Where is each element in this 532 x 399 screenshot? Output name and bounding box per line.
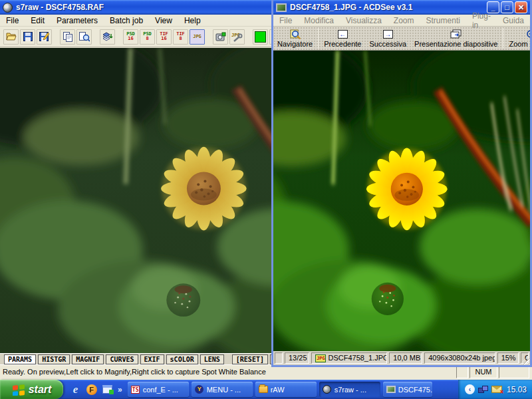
close-button[interactable]: ✕ bbox=[515, 1, 527, 13]
jpg-settings-button[interactable]: JPG bbox=[229, 29, 245, 45]
system-tray: ‹ 15.03 bbox=[458, 380, 532, 399]
export-psd8-button[interactable]: PSD8 bbox=[140, 29, 155, 45]
toolbar-separator bbox=[318, 28, 319, 49]
clock: 15.03 bbox=[505, 385, 527, 394]
export-tif16-button[interactable]: TIF16 bbox=[156, 29, 172, 45]
menu-parameters[interactable]: Parameters bbox=[51, 16, 104, 25]
tab-exif[interactable]: EXIF bbox=[140, 354, 164, 364]
outlook-express-icon[interactable] bbox=[102, 384, 113, 395]
green-solid-icon bbox=[255, 31, 266, 43]
menu-batch-job[interactable]: Batch job bbox=[104, 16, 149, 25]
capture-button[interactable] bbox=[213, 29, 228, 45]
taskbar-button-conf[interactable]: TS conf_E - ... bbox=[128, 382, 189, 397]
s7raw-taskbar-icon bbox=[323, 385, 331, 394]
s7raw-preview-area[interactable] bbox=[0, 48, 271, 353]
desktop: s7raw - DSCF4758.RAF File Edit Parameter… bbox=[0, 0, 532, 399]
acdsee-window-title: DSCF4758_1.JPG - ACDSee v3.1 bbox=[290, 3, 412, 12]
quick-launch-more-chevron[interactable]: » bbox=[118, 385, 122, 394]
navigator-icon bbox=[289, 29, 301, 40]
export-tif8-button[interactable]: TIF8 bbox=[173, 29, 188, 45]
start-button[interactable]: start bbox=[0, 380, 63, 399]
zoom-out-button[interactable]: Zoom indietro bbox=[505, 27, 532, 50]
jpg-file-icon: JPG bbox=[315, 354, 326, 362]
jpg-wrench-icon: JPG bbox=[231, 32, 243, 42]
tab-histgr[interactable]: HISTGR bbox=[38, 354, 70, 364]
acdsee-image-view[interactable] bbox=[273, 51, 530, 351]
navigator-button[interactable]: Navigatore bbox=[273, 27, 317, 50]
tab-scolor[interactable]: sCOLOR bbox=[166, 354, 198, 364]
s7raw-window-title: s7raw - DSCF4758.RAF bbox=[16, 3, 104, 12]
status-filename: JPG DSCF4758_1.JPG bbox=[311, 352, 387, 364]
export-layers-button[interactable] bbox=[100, 29, 115, 45]
next-arrow-icon: → bbox=[383, 30, 393, 39]
preview-solid-button[interactable] bbox=[253, 29, 268, 45]
taskbar-button-s7raw[interactable]: s7raw - ... bbox=[319, 382, 380, 397]
layers-icon bbox=[102, 32, 113, 42]
tab-params[interactable]: PARAMS bbox=[4, 354, 36, 364]
menu-edit[interactable]: Edit bbox=[25, 16, 51, 25]
taskbar: start e F » TS conf_E - ... Y MENU - ...… bbox=[0, 380, 532, 399]
menu-strumenti[interactable]: Strumenti bbox=[420, 16, 466, 25]
acdsee-menubar: File Modifica Visualizza Zoom Strumenti … bbox=[273, 15, 530, 27]
export-psd16-button[interactable]: PSD16 bbox=[123, 29, 138, 45]
copy-icon bbox=[63, 32, 72, 42]
flower-photo bbox=[273, 51, 530, 351]
menu-visualizza[interactable]: Visualizza bbox=[340, 16, 388, 25]
acdsee-app-icon bbox=[276, 3, 287, 12]
slideshow-icon bbox=[450, 29, 462, 40]
zoom-out-icon bbox=[525, 29, 532, 40]
jpeg-photo bbox=[273, 51, 530, 351]
internet-explorer-icon[interactable]: e bbox=[70, 384, 81, 395]
slideshow-button[interactable]: Presentazione diapositive bbox=[410, 27, 501, 50]
num-lock-indicator: NUM bbox=[469, 366, 497, 378]
status-cell-empty bbox=[275, 352, 283, 364]
status-filesize: 10,0 MB bbox=[389, 352, 422, 364]
save-button[interactable] bbox=[20, 29, 35, 45]
tab-magnif[interactable]: MAGNIF bbox=[72, 354, 104, 364]
tab-lens[interactable]: LENS bbox=[200, 354, 224, 364]
ts-app-icon: TS bbox=[131, 386, 140, 394]
maximize-button[interactable]: □ bbox=[501, 1, 513, 13]
folder-icon bbox=[259, 386, 268, 393]
hide-tray-icons-chevron[interactable]: ‹ bbox=[465, 384, 475, 394]
menu-file-it[interactable]: File bbox=[273, 16, 298, 25]
menu-file[interactable]: File bbox=[0, 16, 25, 25]
export-jpg-button[interactable]: JPG bbox=[190, 29, 205, 45]
tab-curves[interactable]: CURVES bbox=[106, 354, 138, 364]
preview-search-button[interactable] bbox=[76, 29, 92, 45]
taskbar-button-acdsee[interactable]: DSCF475... bbox=[383, 382, 432, 397]
save-as-button[interactable] bbox=[37, 29, 52, 45]
status-dimensions: 4096x3080x24b jpeg bbox=[424, 352, 495, 364]
status-cell-empty-2 bbox=[499, 366, 529, 378]
taskbar-button-menu[interactable]: Y MENU - ... bbox=[192, 382, 253, 397]
acdsee-statusbar: 13/25 JPG DSCF4758_1.JPG 10,0 MB 4096x30… bbox=[273, 351, 530, 365]
page-magnifier-icon bbox=[79, 32, 90, 42]
y-app-icon: Y bbox=[195, 385, 203, 394]
save-icon bbox=[23, 32, 33, 41]
acdsee-taskbar-icon bbox=[386, 386, 396, 393]
next-button[interactable]: → Successiva bbox=[365, 27, 410, 50]
menu-zoom[interactable]: Zoom bbox=[388, 16, 420, 25]
taskbar-button-raw-folder[interactable]: rAW bbox=[255, 382, 317, 397]
open-folder-icon bbox=[6, 32, 17, 41]
firebird-icon[interactable]: F bbox=[86, 384, 97, 395]
save-as-icon bbox=[39, 32, 49, 41]
menu-modifica[interactable]: Modifica bbox=[298, 16, 340, 25]
copy-button[interactable] bbox=[60, 29, 75, 45]
open-button[interactable] bbox=[3, 29, 19, 45]
menu-help[interactable]: Help bbox=[178, 16, 207, 25]
raw-preview-photo bbox=[0, 48, 271, 353]
previous-button[interactable]: ← Precedente bbox=[320, 27, 365, 50]
network-icon[interactable] bbox=[478, 386, 488, 394]
mail-error-icon[interactable] bbox=[491, 386, 502, 393]
menu-view[interactable]: View bbox=[149, 16, 178, 25]
s7raw-app-icon bbox=[3, 3, 13, 13]
flower-photo bbox=[0, 48, 271, 353]
quick-launch: e F » bbox=[63, 384, 128, 395]
menu-guida[interactable]: Guida bbox=[497, 16, 530, 25]
windows-flag-icon bbox=[12, 384, 25, 396]
tab-reset[interactable]: [RESET] bbox=[232, 354, 268, 364]
window-acdsee: DSCF4758_1.JPG - ACDSee v3.1 _ □ ✕ File … bbox=[271, 0, 532, 367]
status-image-index: 13/25 bbox=[285, 352, 309, 364]
status-zoom-level: 15% bbox=[497, 352, 519, 364]
